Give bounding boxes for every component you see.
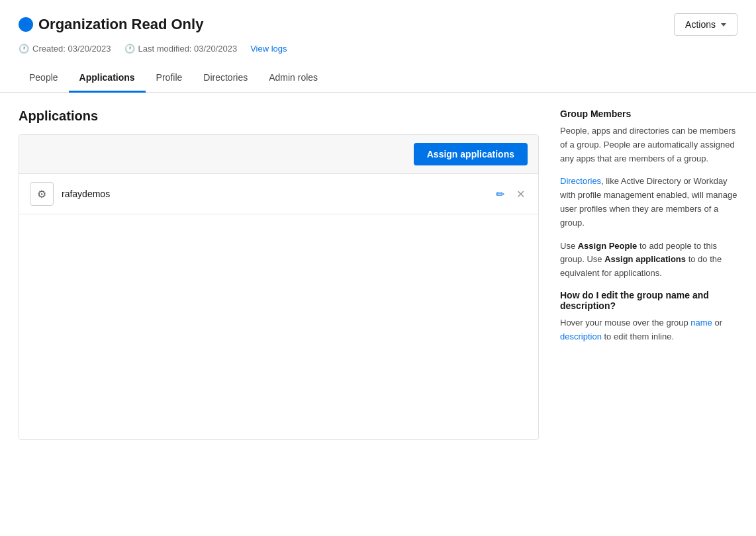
- main-content: Applications Assign applications ⚙ rafay…: [0, 93, 756, 440]
- app-name: rafaydemos: [62, 189, 485, 199]
- actions-label: Actions: [685, 19, 716, 30]
- app-empty-area: [19, 214, 538, 439]
- tab-people[interactable]: People: [19, 64, 69, 93]
- clock-icon: 🕐: [19, 44, 29, 54]
- app-toolbar: Assign applications: [19, 135, 538, 174]
- table-row: ⚙ rafaydemos ✏ ✕: [19, 174, 538, 214]
- edit-text-mid: or: [712, 318, 722, 328]
- edit-group-title: How do I edit the group name and descrip…: [560, 290, 737, 311]
- actions-button[interactable]: Actions: [674, 13, 737, 36]
- page-header: Organization Read Only Actions: [0, 0, 756, 41]
- text-use: Use: [560, 241, 578, 251]
- tab-directories[interactable]: Directories: [193, 64, 258, 93]
- org-title: Organization Read Only: [38, 16, 203, 33]
- remove-app-button[interactable]: ✕: [514, 185, 528, 203]
- clock-modified-icon: 🕐: [124, 44, 135, 54]
- assign-apps-bold: Assign applications: [604, 254, 686, 264]
- created-label: Created: 03/20/2023: [32, 44, 111, 54]
- group-members-title: Group Members: [560, 109, 737, 119]
- app-row-actions: ✏ ✕: [493, 185, 528, 203]
- gear-icon: ⚙: [37, 188, 46, 201]
- group-members-text3: Use Assign People to add people to this …: [560, 240, 737, 281]
- directories-link-text: Directories: [560, 176, 601, 186]
- name-link-text: name: [690, 318, 712, 328]
- description-link-text: description: [560, 332, 602, 341]
- left-panel: Applications Assign applications ⚙ rafay…: [19, 109, 539, 440]
- meta-bar: 🕐 Created: 03/20/2023 🕐 Last modified: 0…: [0, 41, 756, 64]
- modified-meta: 🕐 Last modified: 03/20/2023: [124, 44, 238, 54]
- assign-people-bold: Assign People: [578, 241, 638, 251]
- right-panel: Group Members People, apps and directori…: [539, 109, 737, 440]
- edit-text-pre: Hover your mouse over the group: [560, 318, 690, 328]
- tab-admin-roles[interactable]: Admin roles: [258, 64, 328, 93]
- group-members-text2: Directories, like Active Directory or Wo…: [560, 175, 737, 230]
- header-left: Organization Read Only: [19, 16, 203, 33]
- edit-text-post: to edit them inline.: [602, 332, 674, 341]
- edit-group-text: Hover your mouse over the group name or …: [560, 316, 737, 344]
- group-members-text1: People, apps and directories can be memb…: [560, 124, 737, 165]
- help-section: Group Members People, apps and directori…: [560, 109, 737, 344]
- created-meta: 🕐 Created: 03/20/2023: [19, 44, 111, 54]
- tabs-bar: People Applications Profile Directories …: [0, 64, 756, 93]
- chevron-down-icon: [721, 23, 726, 26]
- view-logs-link[interactable]: View logs: [250, 44, 287, 54]
- org-icon: [19, 17, 33, 32]
- assign-applications-button[interactable]: Assign applications: [414, 143, 528, 165]
- section-title: Applications: [19, 109, 539, 124]
- tab-profile[interactable]: Profile: [146, 64, 193, 93]
- edit-app-button[interactable]: ✏: [493, 185, 507, 203]
- modified-label: Last modified: 03/20/2023: [138, 44, 238, 54]
- applications-container: Assign applications ⚙ rafaydemos ✏ ✕: [19, 134, 539, 440]
- app-icon-box: ⚙: [30, 182, 54, 206]
- tab-applications[interactable]: Applications: [69, 64, 146, 93]
